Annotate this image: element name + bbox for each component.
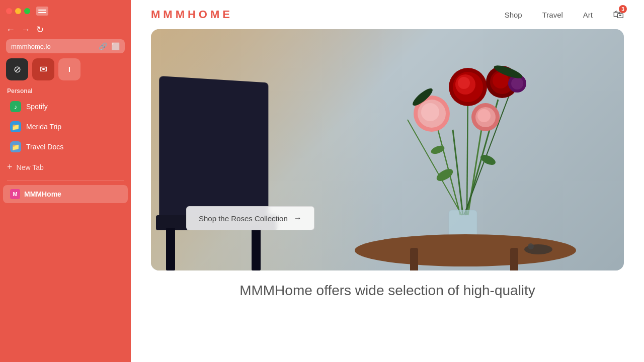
new-tab-button[interactable]: + New Tab bbox=[0, 157, 131, 177]
hero-section: Shop the Roses Collection → bbox=[151, 29, 624, 270]
flower-scene-svg bbox=[322, 39, 604, 270]
svg-point-24 bbox=[511, 77, 523, 89]
traffic-lights bbox=[6, 8, 30, 14]
cart-icon-wrapper[interactable]: 🛍 3 bbox=[613, 8, 624, 21]
cart-badge: 3 bbox=[619, 5, 627, 13]
new-tab-label: New Tab bbox=[17, 163, 44, 171]
current-tab-mmmhome[interactable]: M MMMHome bbox=[3, 185, 128, 203]
cta-button-text: Shop the Roses Collection bbox=[199, 214, 288, 223]
minimize-button[interactable] bbox=[15, 8, 21, 14]
link-icon[interactable]: 🔗 bbox=[99, 42, 107, 50]
sidebar-item-travel-docs[interactable]: 📁 Travel Docs bbox=[3, 137, 128, 156]
svg-line-4 bbox=[467, 89, 468, 215]
chair-back bbox=[159, 76, 268, 224]
svg-rect-30 bbox=[510, 248, 518, 270]
refresh-button[interactable]: ↻ bbox=[36, 24, 44, 35]
instapaper-icon: I bbox=[68, 65, 70, 73]
cta-button[interactable]: Shop the Roses Collection → bbox=[186, 206, 314, 230]
address-bar-row: mmmhome.io 🔗 ⬜ bbox=[0, 37, 131, 55]
site-nav: Shop Travel Art 🛍 3 bbox=[505, 8, 624, 21]
close-button[interactable] bbox=[6, 8, 12, 14]
site-header: MMMHOME Shop Travel Art 🛍 3 bbox=[131, 0, 644, 29]
current-tab-label: MMMHome bbox=[24, 190, 61, 198]
browser-toolbar: ⊘ ✉ I bbox=[0, 55, 131, 83]
sidebar-item-merida-label: Merida Trip bbox=[26, 123, 61, 131]
folder-blue2-icon: 📁 bbox=[10, 141, 21, 152]
chair-decoration bbox=[151, 69, 302, 270]
svg-rect-29 bbox=[410, 248, 418, 270]
sidebar-divider bbox=[7, 180, 124, 181]
browser-sidebar: ← → ↻ mmmhome.io 🔗 ⬜ ⊘ ✉ I Personal ♪ Sp… bbox=[0, 0, 131, 362]
svg-point-13 bbox=[458, 77, 470, 89]
spotify-icon: ♪ bbox=[10, 101, 21, 112]
sidebar-item-merida-trip[interactable]: 📁 Merida Trip bbox=[3, 117, 128, 136]
sidebar-item-spotify-label: Spotify bbox=[26, 103, 48, 111]
share-icon[interactable]: ⬜ bbox=[111, 42, 120, 50]
address-bar[interactable]: mmmhome.io 🔗 ⬜ bbox=[6, 39, 125, 53]
below-hero-section: MMMHome offers wide selection of high-qu… bbox=[131, 270, 644, 300]
web-content: MMMHOME Shop Travel Art 🛍 3 bbox=[131, 0, 644, 362]
maximize-button[interactable] bbox=[24, 8, 30, 14]
toolbar-btn-instapaper[interactable]: I bbox=[58, 58, 80, 80]
svg-point-9 bbox=[430, 144, 445, 156]
sidebar-item-travel-docs-label: Travel Docs bbox=[26, 143, 63, 151]
chair-leg-right bbox=[252, 228, 261, 270]
tagline-text: MMMHome offers wide selection of high-qu… bbox=[151, 281, 624, 300]
svg-point-32 bbox=[528, 243, 534, 249]
cta-arrow-icon: → bbox=[294, 214, 302, 223]
toolbar-btn-dash[interactable]: ⊘ bbox=[6, 58, 28, 80]
forward-button[interactable]: → bbox=[21, 25, 30, 35]
back-button[interactable]: ← bbox=[6, 25, 15, 35]
chair-leg-left bbox=[166, 228, 175, 270]
toolbar-btn-gmail[interactable]: ✉ bbox=[32, 58, 54, 80]
dash-icon: ⊘ bbox=[14, 64, 21, 75]
site-logo: MMMHOME bbox=[151, 8, 233, 21]
sidebar-section-personal: Personal bbox=[0, 83, 131, 97]
nav-shop[interactable]: Shop bbox=[505, 11, 522, 19]
sidebar-toggle-button[interactable] bbox=[36, 7, 48, 16]
svg-point-22 bbox=[477, 109, 491, 122]
title-bar bbox=[0, 0, 131, 22]
nav-art[interactable]: Art bbox=[583, 11, 593, 19]
nav-travel[interactable]: Travel bbox=[542, 11, 563, 19]
browser-nav-buttons: ← → ↻ bbox=[0, 22, 131, 37]
url-text: mmmhome.io bbox=[11, 43, 95, 50]
svg-point-19 bbox=[421, 103, 439, 121]
mmmhome-favicon: M bbox=[10, 189, 20, 199]
sidebar-item-spotify[interactable]: ♪ Spotify bbox=[3, 97, 128, 116]
gmail-icon: ✉ bbox=[40, 64, 47, 75]
plus-icon: + bbox=[7, 162, 13, 172]
folder-blue-icon: 📁 bbox=[10, 121, 21, 132]
